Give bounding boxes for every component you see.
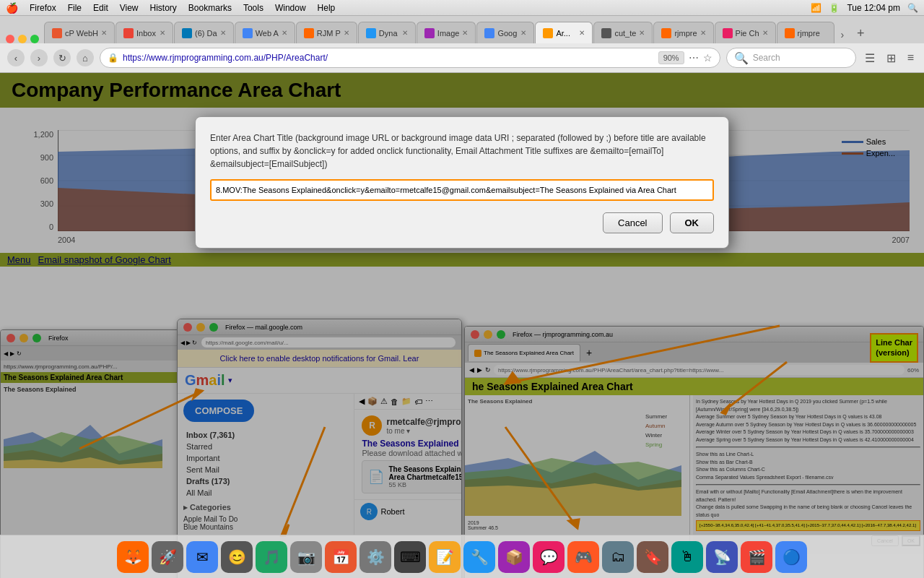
search-glass-icon: 🔍 [734, 51, 749, 65]
tab-favicon-google [484, 28, 494, 38]
dock-app8[interactable]: 🎬 [741, 541, 772, 573]
tab-cpanel[interactable]: cP WebH ✕ [44, 22, 115, 43]
menu-view[interactable]: View [120, 3, 139, 13]
dock-launchpad[interactable]: 🚀 [152, 541, 183, 573]
search-box[interactable]: 🔍 Search [726, 48, 856, 68]
forward-button[interactable]: › [30, 49, 48, 66]
tab-label-areachart: Ar... [556, 29, 570, 38]
dock-chrome[interactable]: 🔵 [775, 541, 807, 573]
tab-favicon-dynamic [366, 28, 376, 38]
apple-icon[interactable]: 🍎 [6, 2, 18, 14]
url-field[interactable]: 🔒 https://www.rjmprogramming.com.au/PHP/… [100, 48, 720, 68]
close-icon[interactable] [6, 35, 14, 43]
zoom-badge[interactable]: 90% [658, 51, 684, 64]
bookmark-icon[interactable]: ☆ [703, 52, 712, 64]
main-content: Company Performance Area Chart Company P… [0, 73, 924, 578]
tab-areachart[interactable]: Ar... ✕ [535, 22, 593, 43]
menu-edit[interactable]: Edit [93, 3, 108, 13]
dock-photos[interactable]: 📷 [290, 541, 322, 573]
tab-close-dynamic[interactable]: ✕ [402, 29, 408, 37]
dock-calendar[interactable]: 📅 [325, 541, 357, 573]
dock-firefox[interactable]: 🦊 [117, 541, 149, 573]
search-icon[interactable]: 🔍 [907, 3, 918, 13]
tab-favicon-rjmpro [661, 28, 671, 38]
dock-mail[interactable]: ✉ [186, 541, 218, 573]
home-button[interactable]: ⌂ [77, 49, 94, 66]
tab-close-webadmin[interactable]: ✕ [282, 29, 287, 37]
dock-app5[interactable]: 🗂 [602, 541, 634, 573]
menubar: 🍎 Firefox File Edit View History Bookmar… [0, 0, 924, 16]
lock-icon: 🔒 [108, 53, 118, 63]
dock-app2[interactable]: 📦 [498, 541, 530, 573]
minimize-icon[interactable] [18, 35, 27, 43]
tab-favicon-cpanel [52, 28, 62, 38]
tab-webadmin[interactable]: Web A ✕ [235, 22, 295, 43]
tab-piechart[interactable]: Pie Ch ✕ [715, 22, 776, 43]
dialog-buttons: Cancel OK [210, 212, 714, 233]
tab-linkedin[interactable]: (6) Da ✕ [174, 22, 234, 43]
dock-filezilla[interactable]: 📡 [706, 541, 738, 573]
tab-close-areachart[interactable]: ✕ [579, 29, 585, 37]
dock-settings[interactable]: ⚙️ [359, 541, 391, 573]
menu-tools[interactable]: Tools [243, 3, 263, 13]
menu-file[interactable]: File [68, 3, 82, 13]
menubar-right: 📶 🔋 Tue 12:04 pm 🔍 [811, 3, 918, 13]
tab-label-piechart: Pie Ch [736, 29, 759, 38]
menu-window[interactable]: Window [275, 3, 306, 13]
dock-app7[interactable]: 🖱 [671, 541, 703, 573]
tab-favicon-inbox [123, 28, 134, 38]
panels-button[interactable]: ⊞ [884, 51, 899, 65]
sidebar-button[interactable]: ☰ [862, 51, 878, 65]
refresh-button[interactable]: ↻ [53, 49, 71, 66]
tab-close-rjmpro[interactable]: ✕ [700, 29, 706, 37]
dock-app3[interactable]: 💬 [533, 541, 565, 573]
back-button[interactable]: ‹ [7, 49, 25, 66]
tab-favicon-rjmp [304, 28, 314, 38]
tab-image[interactable]: Image ✕ [417, 22, 476, 43]
tab-favicon-image [424, 28, 435, 38]
dock-finder[interactable]: 😊 [221, 541, 253, 573]
dock-app6[interactable]: 🔖 [637, 541, 668, 573]
menu-bookmarks[interactable]: Bookmarks [188, 3, 232, 13]
menu-help[interactable]: Help [318, 3, 336, 13]
tab-close-piechart[interactable]: ✕ [762, 29, 768, 37]
tab-label-google: Goog [497, 29, 517, 38]
tab-label-dynamic: Dyna [379, 29, 398, 38]
menu-history[interactable]: History [150, 3, 177, 13]
new-tab-button[interactable]: + [850, 23, 871, 43]
maximize-icon[interactable] [30, 35, 39, 43]
tab-favicon-linkedin [182, 28, 192, 38]
dialog-box: Enter Area Chart Title (background image… [195, 116, 729, 249]
tab-cut[interactable]: cut_te ✕ [593, 22, 653, 43]
tab-close-rjmp[interactable]: ✕ [344, 29, 349, 37]
tab-overflow-btn[interactable]: › [835, 26, 850, 43]
url-text: https://www.rjmprogramming.com.au/PHP/Ar… [123, 53, 654, 63]
tab-label-rjmp: RJM P [317, 29, 341, 38]
tab-rjmpro2[interactable]: rjmpre [777, 22, 834, 43]
tab-dynamic[interactable]: Dyna ✕ [358, 22, 416, 43]
tab-google[interactable]: Goog ✕ [476, 22, 534, 43]
tab-close-cpanel[interactable]: ✕ [101, 29, 107, 37]
tab-close-inbox[interactable]: ✕ [160, 29, 165, 37]
tab-rjmpro[interactable]: rjmpre ✕ [653, 22, 713, 43]
dock-notes[interactable]: 📝 [429, 541, 461, 573]
dock-app1[interactable]: 🔧 [463, 541, 495, 573]
tab-close-google[interactable]: ✕ [520, 29, 526, 37]
dialog-input-field[interactable] [210, 179, 714, 201]
tab-label-cpanel: cP WebH [65, 29, 98, 38]
tab-inbox[interactable]: Inbox ✕ [116, 22, 173, 43]
dialog-ok-button[interactable]: OK [670, 212, 715, 233]
tab-close-image[interactable]: ✕ [462, 29, 468, 37]
reader-icon[interactable]: ⋯ [689, 52, 699, 64]
tab-close-linkedin[interactable]: ✕ [220, 29, 226, 37]
dock-terminal[interactable]: ⌨ [394, 541, 426, 573]
tab-rjmp[interactable]: RJM P ✕ [296, 22, 357, 43]
dock-app4[interactable]: 🎮 [567, 541, 599, 573]
dialog-text: Enter Area Chart Title (background image… [210, 131, 714, 171]
tab-close-cut[interactable]: ✕ [639, 29, 645, 37]
dialog-cancel-button[interactable]: Cancel [603, 212, 662, 233]
menu-button[interactable]: ≡ [905, 51, 917, 64]
browser-chrome: cP WebH ✕ Inbox ✕ (6) Da ✕ Web A ✕ RJM P… [0, 16, 924, 73]
menu-firefox[interactable]: Firefox [30, 3, 56, 13]
dock-spotify[interactable]: 🎵 [256, 541, 287, 573]
